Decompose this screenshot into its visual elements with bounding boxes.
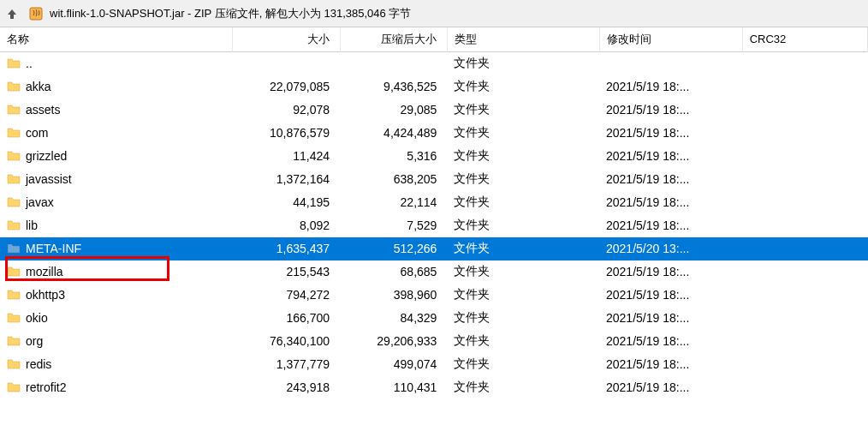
header-crc[interactable]: CRC32 xyxy=(742,27,867,51)
cell-name[interactable]: .. xyxy=(0,52,223,75)
cell-type: 文件夹 xyxy=(447,145,599,168)
cell-packed xyxy=(340,51,447,75)
file-name-label: mozilla xyxy=(26,265,63,278)
table-row[interactable]: redis1,377,779499,074文件夹2021/5/19 18:... xyxy=(0,353,868,376)
cell-name[interactable]: javax xyxy=(0,191,223,214)
cell-name[interactable]: akka xyxy=(0,75,223,99)
cell-type: 文件夹 xyxy=(447,237,599,260)
cell-date: 2021/5/19 18:... xyxy=(599,191,742,214)
table-row[interactable]: com10,876,5794,424,489文件夹2021/5/19 18:..… xyxy=(0,122,868,145)
folder-icon xyxy=(7,358,21,370)
cell-packed: 5,316 xyxy=(340,145,447,168)
cell-packed: 84,329 xyxy=(340,307,447,330)
cell-size xyxy=(233,51,340,75)
cell-crc xyxy=(742,51,867,75)
cell-size: 10,876,579 xyxy=(233,122,340,145)
cell-name[interactable]: redis xyxy=(0,353,223,376)
cell-crc xyxy=(742,75,867,99)
header-packed[interactable]: 压缩后大小 xyxy=(340,27,447,51)
header-size[interactable]: 大小 xyxy=(233,27,340,51)
folder-icon xyxy=(7,266,21,278)
cell-crc xyxy=(742,145,867,168)
toolbar: wit.flink-1.0-SNAPSHOT.jar - ZIP 压缩文件, 解… xyxy=(0,0,868,27)
cell-name[interactable]: javassist xyxy=(0,168,223,191)
cell-packed: 398,960 xyxy=(340,284,447,307)
header-date[interactable]: 修改时间 xyxy=(599,27,742,51)
cell-name[interactable]: mozilla xyxy=(0,260,223,284)
table-row[interactable]: org76,340,10029,206,933文件夹2021/5/19 18:.… xyxy=(0,330,868,353)
folder-icon xyxy=(7,173,21,185)
file-name-label: META-INF xyxy=(26,242,81,255)
table-row[interactable]: okhttp3794,272398,960文件夹2021/5/19 18:... xyxy=(0,284,868,307)
table-row[interactable]: assets92,07829,085文件夹2021/5/19 18:... xyxy=(0,99,868,122)
table-row[interactable]: mozilla215,54368,685文件夹2021/5/19 18:... xyxy=(0,260,868,284)
cell-type: 文件夹 xyxy=(447,330,599,353)
cell-crc xyxy=(742,284,867,307)
cell-size: 215,543 xyxy=(233,260,340,284)
cell-size: 1,377,779 xyxy=(233,353,340,376)
table-row[interactable]: javax44,19522,114文件夹2021/5/19 18:... xyxy=(0,191,868,214)
cell-size: 166,700 xyxy=(233,307,340,330)
cell-name[interactable]: META-INF xyxy=(0,237,223,260)
folder-icon xyxy=(7,150,21,162)
file-name-label: .. xyxy=(26,57,33,70)
table-row[interactable]: javassist1,372,164638,205文件夹2021/5/19 18… xyxy=(0,168,868,191)
cell-name[interactable]: com xyxy=(0,122,223,145)
file-name-label: okio xyxy=(26,311,48,325)
cell-name[interactable]: grizzled xyxy=(0,145,223,168)
cell-packed: 638,205 xyxy=(340,168,447,191)
cell-crc xyxy=(742,330,867,353)
cell-packed: 9,436,525 xyxy=(340,75,447,99)
table-row[interactable]: akka22,079,0859,436,525文件夹2021/5/19 18:.… xyxy=(0,75,868,99)
table-row[interactable]: okio166,70084,329文件夹2021/5/19 18:... xyxy=(0,307,868,330)
cell-crc xyxy=(742,99,867,122)
up-arrow-button[interactable] xyxy=(3,5,21,22)
cell-date: 2021/5/19 18:... xyxy=(599,99,742,122)
cell-size: 92,078 xyxy=(233,99,340,122)
cell-date: 2021/5/19 18:... xyxy=(599,353,742,376)
file-name-label: retrofit2 xyxy=(26,380,66,394)
cell-type: 文件夹 xyxy=(447,284,599,307)
table-row[interactable]: lib8,0927,529文件夹2021/5/19 18:... xyxy=(0,214,868,237)
cell-date: 2021/5/19 18:... xyxy=(599,260,742,284)
cell-crc xyxy=(742,307,867,330)
cell-packed: 512,266 xyxy=(340,237,447,260)
header-name[interactable]: 名称 xyxy=(0,27,233,51)
cell-name[interactable]: lib xyxy=(0,214,223,237)
cell-crc xyxy=(742,237,867,260)
cell-date: 2021/5/19 18:... xyxy=(599,145,742,168)
table-row[interactable]: grizzled11,4245,316文件夹2021/5/19 18:... xyxy=(0,145,868,168)
cell-name[interactable]: okhttp3 xyxy=(0,284,223,307)
folder-icon xyxy=(7,335,21,347)
cell-size: 22,079,085 xyxy=(233,75,340,99)
cell-date: 2021/5/19 18:... xyxy=(599,307,742,330)
cell-date: 2021/5/19 18:... xyxy=(599,330,742,353)
cell-size: 11,424 xyxy=(233,145,340,168)
cell-size: 1,372,164 xyxy=(233,168,340,191)
cell-name[interactable]: org xyxy=(0,330,223,353)
cell-packed: 110,431 xyxy=(340,376,447,399)
file-name-label: javassist xyxy=(26,172,72,186)
file-name-label: okhttp3 xyxy=(26,288,65,302)
cell-name[interactable]: retrofit2 xyxy=(0,376,223,399)
cell-name[interactable]: okio xyxy=(0,307,223,330)
file-name-label: javax xyxy=(26,195,54,209)
cell-type: 文件夹 xyxy=(447,376,599,399)
file-name-label: assets xyxy=(26,103,60,117)
folder-icon xyxy=(7,381,21,393)
table-row[interactable]: META-INF1,635,437512,266文件夹2021/5/20 13:… xyxy=(0,237,868,260)
table-row[interactable]: retrofit2243,918110,431文件夹2021/5/19 18:.… xyxy=(0,376,868,399)
cell-crc xyxy=(742,122,867,145)
cell-type: 文件夹 xyxy=(447,353,599,376)
cell-packed: 22,114 xyxy=(340,191,447,214)
folder-icon xyxy=(7,289,21,301)
cell-name[interactable]: assets xyxy=(0,99,223,122)
folder-icon xyxy=(7,81,21,93)
file-name-label: grizzled xyxy=(26,149,67,163)
folder-icon xyxy=(7,312,21,324)
cell-size: 1,635,437 xyxy=(233,237,340,260)
table-row[interactable]: ..文件夹 xyxy=(0,51,868,75)
header-type[interactable]: 类型 xyxy=(447,27,599,51)
cell-size: 76,340,100 xyxy=(233,330,340,353)
cell-packed: 68,685 xyxy=(340,260,447,284)
